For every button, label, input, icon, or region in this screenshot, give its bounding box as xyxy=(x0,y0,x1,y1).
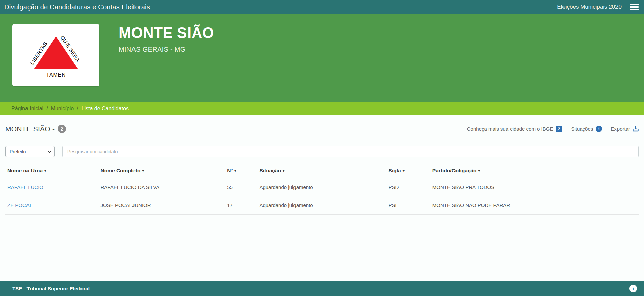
cell-numero: 55 xyxy=(225,178,257,196)
cell-situacao: Aguardando julgamento xyxy=(257,178,386,196)
municipality-banner: LIBERTAS QUÆ SERA TAMEN MONTE SIÃO MINAS… xyxy=(0,14,644,102)
hamburger-menu-icon[interactable] xyxy=(629,2,639,12)
table-header-row: Nome na Urna▾ Nome Completo▾ Nº▾ Situaçã… xyxy=(5,164,639,178)
info-icon: i xyxy=(596,126,602,132)
ibge-link-label: Conheça mais sua cidade com o IBGE xyxy=(467,126,553,132)
app-header: Divulgação de Candidaturas e Contas Elei… xyxy=(0,0,644,14)
office-select-value: Prefeito xyxy=(10,149,26,154)
state-name: MINAS GERAIS - MG xyxy=(119,46,214,53)
download-icon xyxy=(633,126,639,132)
sort-caret-icon: ▾ xyxy=(283,169,285,173)
table-row: RAFAEL LUCIO RAFAEL LUCIO DA SILVA 55 Ag… xyxy=(5,178,639,196)
candidate-link[interactable]: RAFAEL LUCIO xyxy=(7,184,43,190)
footer-title: TSE - Tribunal Superior Eleitoral xyxy=(12,286,90,291)
cell-nome-completo: RAFAEL LUCIO DA SILVA xyxy=(99,178,225,196)
sort-caret-icon: ▾ xyxy=(403,169,405,173)
cell-partido: MONTE SIÃO NAO PODE PARAR xyxy=(430,196,639,215)
cell-numero: 17 xyxy=(225,196,257,215)
candidate-count-badge: 2 xyxy=(58,125,66,133)
breadcrumb-separator: / xyxy=(46,106,48,112)
export-button[interactable]: Exportar xyxy=(611,126,639,132)
breadcrumb-home[interactable]: Página Inicial xyxy=(11,106,43,112)
breadcrumb: Página Inicial / Município / Lista de Ca… xyxy=(0,102,644,115)
main-content: MONTE SIÃO - 2 Conheça mais sua cidade c… xyxy=(0,115,644,281)
col-header-numero[interactable]: Nº▾ xyxy=(225,164,257,178)
col-header-situacao[interactable]: Situação▾ xyxy=(257,164,386,178)
breadcrumb-separator: / xyxy=(77,106,78,112)
sort-caret-icon: ▾ xyxy=(234,169,236,173)
election-label: Eleições Municipais 2020 xyxy=(557,4,622,10)
chevron-down-icon xyxy=(48,149,51,153)
flag-motto-bottom: TAMEN xyxy=(46,72,66,78)
col-header-nome-urna[interactable]: Nome na Urna▾ xyxy=(5,164,99,178)
sort-caret-icon: ▾ xyxy=(44,169,46,173)
cell-sigla: PSL xyxy=(387,196,430,215)
col-header-sigla[interactable]: Sigla▾ xyxy=(387,164,430,178)
candidate-link[interactable]: ZE POCAI xyxy=(7,202,31,208)
flag-svg: LIBERTAS QUÆ SERA TAMEN xyxy=(17,27,95,83)
section-links: Conheça mais sua cidade com o IBGE Situa… xyxy=(467,126,639,132)
app-footer: TSE - Tribunal Superior Eleitoral i xyxy=(0,281,644,296)
situations-label: Situações xyxy=(571,126,593,132)
cell-partido: MONTE SIÃO PRA TODOS xyxy=(430,178,639,196)
minas-gerais-flag: LIBERTAS QUÆ SERA TAMEN xyxy=(12,24,99,86)
candidate-search-input[interactable] xyxy=(62,146,639,157)
table-row: ZE POCAI JOSE POCAI JUNIOR 17 Aguardando… xyxy=(5,196,639,215)
office-select[interactable]: Prefeito xyxy=(5,146,55,157)
sort-caret-icon: ▾ xyxy=(142,169,144,173)
breadcrumb-municipality[interactable]: Município xyxy=(51,106,74,112)
export-label: Exportar xyxy=(611,126,630,132)
cell-situacao: Aguardando julgamento xyxy=(257,196,386,215)
breadcrumb-current: Lista de Candidatos xyxy=(82,106,129,112)
app-title[interactable]: Divulgação de Candidaturas e Contas Elei… xyxy=(4,3,150,11)
sort-caret-icon: ▾ xyxy=(478,169,480,173)
banner-titles: MONTE SIÃO MINAS GERAIS - MG xyxy=(119,24,214,53)
footer-info-icon[interactable]: i xyxy=(629,285,637,292)
cell-nome-completo: JOSE POCAI JUNIOR xyxy=(99,196,225,215)
candidates-table: Nome na Urna▾ Nome Completo▾ Nº▾ Situaçã… xyxy=(5,164,639,215)
page-title: MONTE SIÃO - xyxy=(5,125,55,133)
municipality-name: MONTE SIÃO xyxy=(119,25,214,41)
external-link-icon xyxy=(556,126,562,132)
col-header-nome-completo[interactable]: Nome Completo▾ xyxy=(99,164,225,178)
col-header-partido[interactable]: Partido/Coligação▾ xyxy=(430,164,639,178)
ibge-link[interactable]: Conheça mais sua cidade com o IBGE xyxy=(467,126,562,132)
situations-button[interactable]: Situações i xyxy=(571,126,602,132)
cell-sigla: PSD xyxy=(387,178,430,196)
